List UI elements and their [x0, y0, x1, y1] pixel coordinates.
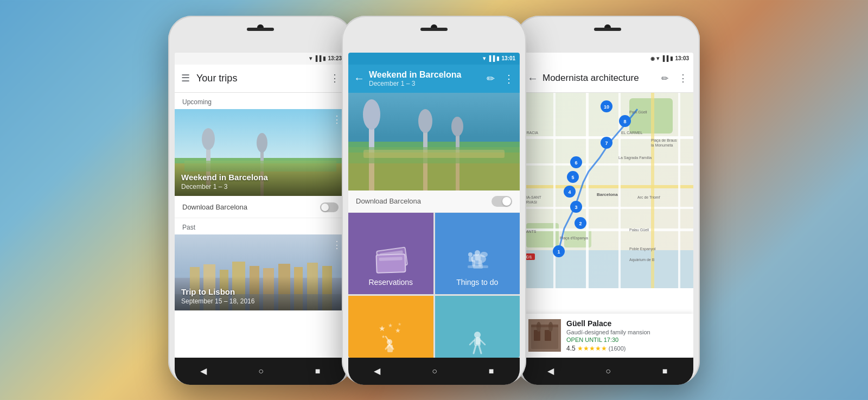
back-icon-3[interactable]: ←: [527, 72, 538, 85]
phones-container: ▾ ▐▐ ▮ 13:23 ☰ Your trips ⋮ Upcoming: [0, 0, 868, 400]
svg-rect-33: [468, 265, 488, 268]
barcelona-trip-card[interactable]: Weekend in Barcelona December 1 – 3 ⋮: [175, 109, 346, 196]
reservations-label: Reservations: [368, 278, 413, 287]
phone-1-nav: ◀ ○ ■: [175, 358, 346, 385]
transport-icon: [462, 318, 492, 358]
home-nav-btn-2[interactable]: ○: [432, 366, 437, 376]
svg-text:C/1: C/1: [526, 255, 532, 259]
svg-text:Plaça de Braus: Plaça de Braus: [651, 138, 677, 143]
saved-places-tile[interactable]: ★ ★ ★ ★ ★: [348, 296, 433, 358]
svg-text:6: 6: [575, 160, 577, 166]
svg-point-3: [202, 128, 215, 150]
more-icon-2[interactable]: ⋮: [503, 72, 514, 85]
things-icon: [462, 243, 492, 275]
svg-text:la Monumeta: la Monumeta: [651, 143, 673, 147]
phone-3-speaker: [594, 28, 621, 31]
svg-text:Plaça d'Espanya: Plaça d'Espanya: [560, 236, 588, 240]
recent-nav-btn-2[interactable]: ■: [489, 366, 494, 376]
time-display: 13:23: [328, 55, 342, 61]
svg-text:Aquàrium de B: Aquàrium de B: [629, 258, 655, 262]
download-toggle-2[interactable]: [492, 196, 512, 207]
edit-icon-2[interactable]: ✏: [487, 73, 495, 85]
lisbon-trip-card[interactable]: Trip to Lisbon September 15 – 18, 2016 ⋮: [175, 234, 346, 310]
svg-rect-113: [545, 330, 551, 341]
svg-rect-71: [586, 93, 589, 288]
svg-rect-66: [522, 163, 693, 166]
phone-2-title-block: Weekend in Barcelona December 1 – 3: [369, 70, 482, 87]
home-nav-btn-3[interactable]: ○: [605, 366, 611, 376]
back-nav-btn-2[interactable]: ◀: [374, 366, 380, 376]
upcoming-label: Upcoming: [175, 93, 346, 109]
place-card[interactable]: Güell Palace Gaudí-designed family mansi…: [522, 314, 693, 358]
svg-point-28: [451, 117, 463, 136]
svg-text:2: 2: [579, 221, 582, 226]
phone-3-status-bar: ◉ ▾ ▐▐ ▮ 13:03: [522, 53, 693, 65]
signal-icon-2: ▐▐: [487, 55, 495, 61]
edit-icon-3[interactable]: ✏: [661, 73, 668, 84]
lisbon-trip-dates: September 15 – 18, 2016: [181, 297, 340, 305]
svg-rect-41: [469, 257, 473, 262]
reservations-icon: ✈: [374, 249, 407, 276]
svg-rect-55: [476, 337, 480, 345]
svg-point-5: [257, 133, 267, 153]
svg-rect-69: [522, 228, 693, 231]
phone-2: ▾ ▐▐ ▮ 13:01 ← Weekend in Barcelona Dece…: [342, 16, 526, 385]
recent-nav-btn-3[interactable]: ■: [662, 366, 668, 376]
svg-line-57: [479, 346, 481, 353]
phone-3-nav: ◀ ○ ■: [522, 358, 693, 385]
back-nav-btn-3[interactable]: ◀: [547, 366, 554, 376]
signal-icon-3: ▐▐: [661, 55, 668, 61]
svg-rect-36: [478, 260, 482, 266]
svg-text:EL CARMEL: EL CARMEL: [621, 131, 643, 135]
reservations-tile[interactable]: ✈ Reservations: [348, 213, 433, 294]
time-display-3: 13:03: [675, 55, 689, 61]
svg-text:★: ★: [379, 324, 386, 333]
tiles-grid: ✈ Reservations: [348, 213, 520, 358]
svg-text:3: 3: [575, 205, 577, 210]
signal-icon: ▐▐: [314, 55, 321, 61]
wifi-icon-2: ▾: [483, 55, 486, 61]
barcelona-trip-menu[interactable]: ⋮: [332, 113, 342, 125]
menu-icon[interactable]: ☰: [181, 72, 190, 84]
phone-1-speaker: [247, 28, 274, 31]
more-options-icon[interactable]: ⋮: [330, 72, 340, 84]
svg-text:4: 4: [568, 189, 571, 195]
svg-text:★: ★: [388, 322, 393, 328]
svg-text:★: ★: [381, 334, 385, 339]
svg-rect-74: [678, 93, 680, 288]
battery-icon-2: ▮: [496, 55, 500, 61]
svg-text:Arc de Triomf: Arc de Triomf: [637, 195, 660, 199]
phone-1-screen: ▾ ▐▐ ▮ 13:23 ☰ Your trips ⋮ Upcoming: [175, 53, 346, 358]
lisbon-card-overlay: Trip to Lisbon September 15 – 18, 2016: [175, 276, 346, 310]
wifi-icon-3: ▾: [656, 55, 659, 61]
svg-text:RIA-SANT: RIA-SANT: [524, 195, 541, 199]
wifi-icon: ▾: [309, 55, 312, 61]
svg-rect-67: [522, 185, 693, 188]
recent-nav-btn[interactable]: ■: [315, 366, 321, 376]
download-toggle[interactable]: [320, 202, 339, 212]
place-hours: OPEN UNTIL 17:30: [566, 336, 687, 343]
phone-2-status-bar: ▾ ▐▐ ▮ 13:01: [348, 53, 520, 65]
things-to-do-tile[interactable]: Things to do: [435, 213, 520, 294]
download-barcelona-row: Download Barcelona: [175, 197, 346, 218]
svg-text:7: 7: [605, 141, 608, 146]
back-icon-2[interactable]: ←: [354, 72, 365, 85]
rating-value: 4.5: [566, 345, 576, 352]
svg-text:Poble Espanyol: Poble Espanyol: [629, 247, 656, 251]
phone-2-screen: ▾ ▐▐ ▮ 13:01 ← Weekend in Barcelona Dece…: [348, 53, 520, 358]
stars-display: ★★★★★: [577, 345, 607, 352]
svg-text:Park Güell: Park Güell: [629, 110, 647, 114]
home-nav-btn[interactable]: ○: [258, 366, 264, 376]
time-display-2: 13:01: [501, 55, 515, 61]
phone-1-status-bar: ▾ ▐▐ ▮ 13:23: [175, 53, 346, 65]
svg-rect-70: [553, 93, 556, 288]
place-rating: 4.5 ★★★★★ (1600): [566, 345, 687, 352]
svg-rect-116: [531, 325, 558, 327]
lisbon-trip-menu[interactable]: ⋮: [332, 239, 342, 251]
getting-there-tile[interactable]: Getting there: [435, 296, 520, 358]
phone-2-speaker: [420, 28, 448, 31]
more-icon-3[interactable]: ⋮: [678, 72, 688, 84]
map-view[interactable]: GRACIA La Sagrada Família EL CARMEL Park…: [522, 93, 693, 288]
back-nav-btn[interactable]: ◀: [200, 366, 207, 376]
barcelona-page-dates: December 1 – 3: [369, 80, 482, 87]
